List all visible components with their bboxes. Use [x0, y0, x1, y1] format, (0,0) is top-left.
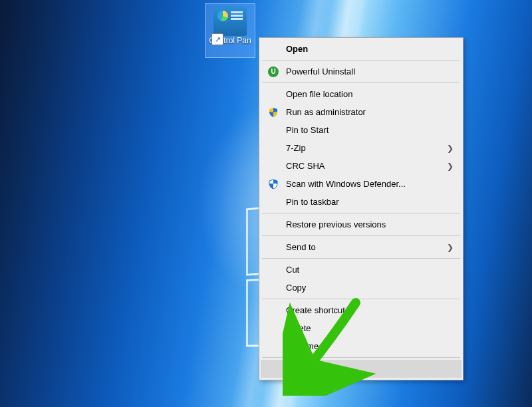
menu-item-label: Properties: [286, 364, 325, 374]
menu-item-run-as-admin[interactable]: Run as administrator: [261, 103, 462, 121]
menu-item-open[interactable]: Open: [261, 40, 462, 58]
menu-item-label: Scan with Windows Defender...: [286, 179, 406, 189]
menu-item-label: Restore previous versions: [286, 219, 386, 229]
context-menu: OpenUPowerful UninstallOpen file locatio…: [259, 37, 464, 380]
menu-item-pin-to-taskbar[interactable]: Pin to taskbar: [261, 193, 462, 211]
menu-separator: [262, 235, 460, 236]
menu-item-powerful-uninstall[interactable]: UPowerful Uninstall: [261, 63, 462, 80]
menu-separator: [262, 82, 460, 83]
menu-item-label: 7-Zip: [286, 143, 306, 153]
menu-item-label: Cut: [286, 265, 299, 275]
menu-item-label: Powerful Uninstall: [286, 67, 355, 76]
menu-separator: [262, 60, 460, 61]
menu-item-label: Create shortcut: [286, 305, 345, 315]
uninstall-icon: U: [267, 66, 279, 78]
menu-item-send-to[interactable]: Send to❯: [261, 238, 462, 256]
defender-shield-icon: [267, 178, 279, 190]
menu-item-label: Pin to Start: [286, 125, 329, 135]
menu-separator: [262, 213, 460, 213]
menu-item-delete[interactable]: Delete: [261, 319, 462, 337]
menu-item-label: CRC SHA: [286, 161, 325, 171]
shortcut-overlay-icon: ↗: [211, 33, 223, 45]
chevron-right-icon: ❯: [447, 162, 454, 171]
menu-item-pin-to-start[interactable]: Pin to Start: [261, 121, 462, 139]
menu-item-label: Pin to taskbar: [286, 197, 339, 207]
menu-item-label: Open: [286, 44, 308, 54]
control-panel-icon: [213, 7, 247, 36]
menu-item-label: Run as administrator: [286, 107, 366, 117]
menu-item-seven-zip[interactable]: 7-Zip❯: [261, 139, 462, 157]
menu-item-label: Open file location: [286, 89, 352, 99]
menu-item-create-shortcut[interactable]: Create shortcut: [261, 301, 462, 319]
menu-separator: [262, 258, 460, 259]
menu-item-scan-defender[interactable]: Scan with Windows Defender...: [261, 175, 462, 193]
control-panel-shortcut[interactable]: ↗ Control Pan: [205, 3, 255, 58]
menu-item-cut[interactable]: Cut: [261, 261, 462, 279]
menu-item-open-file-location[interactable]: Open file location: [261, 85, 462, 103]
chevron-right-icon: ❯: [447, 144, 454, 153]
menu-separator: [262, 357, 460, 358]
menu-separator: [262, 299, 460, 299]
menu-item-crc-sha[interactable]: CRC SHA❯: [261, 157, 462, 175]
menu-item-label: Copy: [286, 283, 306, 293]
desktop-wallpaper: ↗ Control Pan OpenUPowerful UninstallOpe…: [0, 0, 532, 407]
menu-item-properties[interactable]: Properties: [261, 360, 462, 378]
menu-item-rename[interactable]: Rename: [261, 337, 462, 355]
menu-item-copy[interactable]: Copy: [261, 279, 462, 297]
menu-item-label: Send to: [286, 242, 316, 252]
chevron-right-icon: ❯: [447, 243, 454, 252]
uac-shield-icon: [267, 106, 279, 118]
menu-item-label: Delete: [286, 323, 311, 333]
menu-item-restore-versions[interactable]: Restore previous versions: [261, 215, 462, 233]
menu-item-label: Rename: [286, 341, 319, 351]
